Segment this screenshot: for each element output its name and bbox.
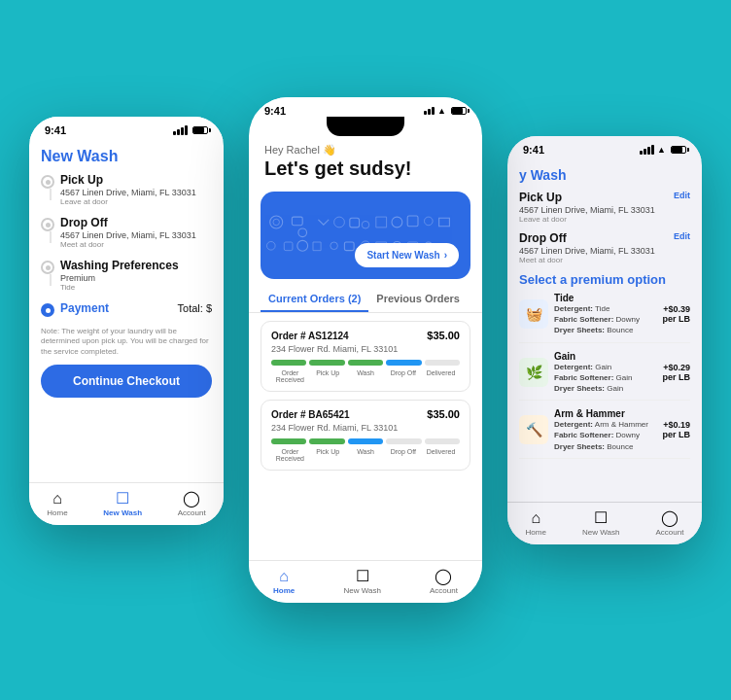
step1-2 — [309, 360, 344, 366]
left-content: New Wash Pick Up 4567 Linen Drive, Miami… — [29, 140, 224, 413]
right-home-icon: ⌂ — [531, 509, 540, 527]
right-bottom-nav: ⌂ Home ☐ New Wash ◯ Account — [507, 502, 702, 544]
tide-option[interactable]: 🧺 Tide Detergent: Tide Fabric Softener: … — [519, 293, 690, 343]
step1-3 — [348, 360, 383, 366]
center-signal-icon — [424, 107, 435, 115]
svg-point-0 — [270, 216, 283, 228]
pickup-address: 4567 Linen Drive, Miami, FL 33031 — [60, 188, 196, 197]
right-signal-icon — [640, 145, 654, 155]
label2-4: Drop Off — [384, 448, 422, 462]
center-bottom-nav: ⌂ Home ☐ New Wash ◯ Account — [249, 560, 482, 603]
wash-icon: ☐ — [116, 489, 129, 508]
step2-3 — [348, 438, 383, 444]
right-status-bar: 9:41 ▲ — [507, 136, 702, 159]
right-nav-home[interactable]: ⌂ Home — [526, 509, 546, 537]
tide-name: Tide — [554, 293, 656, 303]
center-nav-account[interactable]: ◯ Account — [430, 567, 458, 595]
left-nav-newwash[interactable]: ☐ New Wash — [103, 489, 142, 517]
center-phone: 9:41 ▲ Hey Rachel 👋 Let's get sudsy! — [249, 97, 482, 603]
svg-point-9 — [424, 217, 433, 226]
payment-note: Note: The weight of your laundry will be… — [41, 327, 212, 357]
order1-labels: OrderReceived Pick Up Wash Drop Off Deli… — [271, 369, 460, 383]
account-label: Account — [178, 508, 206, 517]
pickup-edit-link[interactable]: Edit — [674, 191, 690, 200]
gain-option[interactable]: 🌿 Gain Detergent: Gain Fabric Softener: … — [519, 351, 690, 402]
right-status-icons: ▲ — [640, 145, 686, 155]
center-header: Hey Rachel 👋 Let's get sudsy! — [249, 136, 482, 184]
right-nav-account[interactable]: ◯ Account — [656, 508, 684, 537]
right-newwash-label: New Wash — [582, 528, 619, 537]
label2-3: Wash — [347, 448, 385, 462]
checkout-button[interactable]: Continue Checkout — [41, 365, 212, 398]
washing-label: Washing Preferences — [60, 259, 179, 272]
orders-tabs: Current Orders (2) Previous Orders — [249, 287, 482, 313]
label2-1: OrderReceived — [271, 448, 309, 462]
center-account-label: Account — [430, 586, 458, 595]
tide-info: Tide Detergent: Tide Fabric Softener: Do… — [554, 293, 656, 336]
center-greeting: Hey Rachel 👋 — [264, 144, 467, 157]
order1-price: $35.00 — [427, 330, 460, 341]
washing-sub: Tide — [60, 283, 179, 292]
hero-banner: Start New Wash › — [261, 192, 470, 279]
gain-detail: Detergent: Gain Fabric Softener: Gain Dr… — [554, 362, 656, 395]
left-time: 9:41 — [45, 124, 66, 136]
right-battery-icon — [671, 146, 686, 154]
left-nav-account[interactable]: ◯ Account — [178, 489, 206, 517]
tab-previous-orders[interactable]: Previous Orders — [368, 287, 468, 312]
tide-price: +$0.39 per LB — [662, 304, 690, 324]
arm-hammer-option[interactable]: 🔨 Arm & Hammer Detergent: Arm & Hammer F… — [519, 408, 690, 459]
order1-progress — [271, 360, 460, 366]
svg-point-7 — [392, 217, 402, 228]
svg-point-3 — [298, 228, 307, 237]
right-page-title: y Wash — [519, 167, 690, 183]
step2-5 — [425, 438, 460, 444]
right-dropoff-row: Drop Off 4567 Linen Drive, Miami, FL 330… — [519, 231, 690, 264]
arm-hammer-detail: Detergent: Arm & Hammer Fabric Softener:… — [554, 419, 656, 452]
step2-2 — [309, 438, 344, 444]
order2-price: $35.00 — [427, 408, 460, 420]
signal-icon — [173, 125, 188, 135]
gain-name: Gain — [554, 351, 656, 362]
step2-4 — [386, 438, 421, 444]
label1-2: Pick Up — [309, 369, 347, 383]
center-time: 9:41 — [264, 105, 286, 117]
left-nav-home[interactable]: ⌂ Home — [47, 490, 67, 517]
right-nav-newwash[interactable]: ☐ New Wash — [582, 508, 619, 537]
center-account-icon: ◯ — [435, 567, 452, 585]
select-premium-title: Select a premium option — [519, 272, 690, 287]
pickup-label: Pick Up — [60, 173, 196, 187]
right-pickup-address: 4567 Linen Drive, Miami, FL 33031 — [519, 205, 655, 215]
start-wash-button[interactable]: Start New Wash › — [355, 243, 459, 267]
svg-rect-14 — [344, 242, 354, 251]
arm-hammer-icon: 🔨 — [519, 415, 548, 444]
washing-circle — [41, 261, 54, 274]
dropoff-step: Drop Off 4567 Linen Drive, Miami, FL 330… — [41, 216, 212, 249]
order1-id: Order # AS12124 — [271, 331, 349, 341]
newwash-label: New Wash — [103, 508, 142, 517]
dropoff-edit-link[interactable]: Edit — [674, 231, 690, 241]
pickup-circle — [41, 175, 54, 189]
left-bottom-nav: ⌂ Home ☐ New Wash ◯ Account — [29, 482, 224, 525]
step1-4 — [386, 360, 421, 366]
step1-1 — [271, 360, 306, 366]
center-nav-newwash[interactable]: ☐ New Wash — [343, 567, 380, 595]
payment-label: Payment — [60, 301, 109, 315]
center-status-icons: ▲ — [424, 106, 467, 116]
center-title: Let's get sudsy! — [264, 157, 467, 180]
order2-id: Order # BA65421 — [271, 409, 350, 420]
arm-hammer-name: Arm & Hammer — [554, 408, 656, 419]
center-wifi-icon: ▲ — [437, 106, 446, 116]
home-label: Home — [47, 508, 67, 517]
svg-rect-11 — [284, 242, 293, 251]
step1-5 — [425, 360, 460, 366]
tab-current-orders[interactable]: Current Orders (2) — [261, 287, 368, 312]
payment-step: Payment Total: $ — [41, 301, 212, 317]
order1-address: 234 Flower Rd. Miami, FL 33101 — [271, 344, 460, 354]
center-nav-home[interactable]: ⌂ Home — [273, 568, 295, 595]
left-status-icons — [173, 125, 208, 135]
left-phone: 9:41 New Wash Pick Up 4567 Linen Dr — [29, 117, 224, 525]
label1-3: Wash — [347, 369, 385, 383]
left-status-bar: 9:41 — [29, 117, 224, 140]
svg-point-10 — [266, 241, 275, 250]
right-wifi-icon: ▲ — [657, 145, 666, 155]
